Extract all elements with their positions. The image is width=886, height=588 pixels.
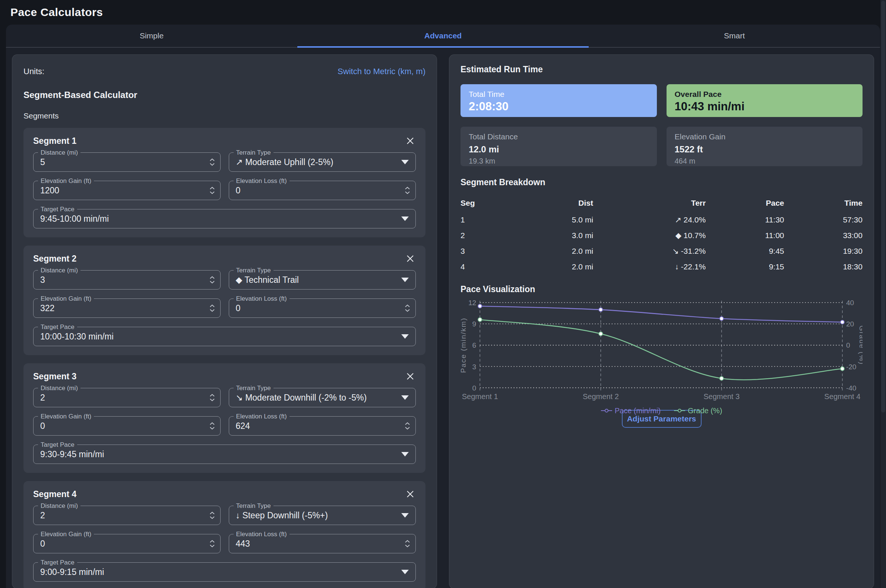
remove-segment-button[interactable] <box>405 253 416 264</box>
number-stepper[interactable] <box>209 304 215 312</box>
close-icon <box>405 372 415 381</box>
results-panel: Estimated Run Time Total Time 2:08:30 Ov… <box>449 54 874 588</box>
svg-text:Grade (%): Grade (%) <box>858 325 862 365</box>
number-stepper[interactable] <box>209 394 215 402</box>
table-cell: 11:30 <box>706 215 784 224</box>
number-stepper[interactable] <box>405 422 410 430</box>
table-row: 1 5.0 mi ↗ 24.0% 11:30 57:30 <box>460 212 862 228</box>
legend-label: Pace (min/mi) <box>615 406 661 415</box>
elevation-loss-field[interactable]: Elevation Loss (ft) 0 <box>229 298 416 318</box>
scrollbar-thumb[interactable] <box>881 1 885 412</box>
table-cell: ↘ -31.2% <box>593 247 706 256</box>
total-distance-card: Total Distance 12.0 mi 19.3 km <box>460 127 657 166</box>
chevron-up-icon <box>405 304 410 308</box>
stat-label: Total Distance <box>469 132 649 141</box>
chevron-down-icon <box>209 398 215 402</box>
tab-smart[interactable]: Smart <box>589 25 880 47</box>
distance-value: 5 <box>33 153 220 171</box>
segment-title: Segment 2 <box>33 254 76 264</box>
segments-heading: Segments <box>24 111 426 120</box>
table-cell: 5.0 mi <box>501 215 593 224</box>
table-row: 3 2.0 mi ↘ -31.2% 9:45 19:30 <box>460 243 862 259</box>
svg-text:20: 20 <box>846 320 854 328</box>
table-cell: 2.0 mi <box>501 262 593 271</box>
table-cell: 33:00 <box>784 231 862 240</box>
chevron-down-icon <box>209 191 215 195</box>
remove-segment-button[interactable] <box>405 489 416 500</box>
svg-text:0: 0 <box>472 384 477 392</box>
number-stepper[interactable] <box>209 187 215 195</box>
chevron-down-icon <box>209 427 215 430</box>
distance-field[interactable]: Distance (mi) 2 <box>33 388 220 407</box>
legend-item[interactable]: Pace (min/mi) <box>601 406 661 415</box>
elevation-gain-field[interactable]: Elevation Gain (ft) 322 <box>33 298 220 318</box>
number-stepper[interactable] <box>209 512 215 519</box>
distance-field[interactable]: Distance (mi) 5 <box>33 152 220 172</box>
units-label: Units: <box>24 67 44 76</box>
stat-value: 1522 ft <box>675 144 855 154</box>
window-scrollbar[interactable] <box>880 0 886 588</box>
legend-item[interactable]: Grade (%) <box>674 406 722 415</box>
elevation-loss-value: 443 <box>229 534 416 553</box>
svg-text:3: 3 <box>472 363 477 371</box>
remove-segment-button[interactable] <box>405 135 416 147</box>
target-pace-select[interactable]: Target Pace 10:00-10:30 min/mi <box>33 327 416 346</box>
elevation-gain-field[interactable]: Elevation Gain (ft) 0 <box>33 534 220 554</box>
terrain-select[interactable]: Terrain Type ↗ Moderate Uphill (2-5%) <box>229 152 416 172</box>
segment-card-4: Segment 4 Distance (mi) 2 Terrain Type ↓… <box>24 481 426 588</box>
distance-field[interactable]: Distance (mi) 2 <box>33 506 220 525</box>
terrain-select[interactable]: Terrain Type ↓ Steep Downhill (-5%+) <box>229 506 416 525</box>
table-header-cell: Seg <box>460 199 501 207</box>
number-stepper[interactable] <box>405 187 410 195</box>
target-pace-select[interactable]: Target Pace 9:45-10:00 min/mi <box>33 209 416 228</box>
terrain-select[interactable]: Terrain Type ◆ Technical Trail <box>229 270 416 290</box>
distance-value: 3 <box>33 270 220 289</box>
tab-advanced[interactable]: Advanced <box>297 25 589 47</box>
tab-simple[interactable]: Simple <box>6 25 297 47</box>
number-stepper[interactable] <box>209 158 215 166</box>
remove-segment-button[interactable] <box>405 371 416 382</box>
table-header-cell: Terr <box>593 199 706 207</box>
elevation-loss-field[interactable]: Elevation Loss (ft) 0 <box>229 181 416 200</box>
table-cell: 2.0 mi <box>501 247 593 256</box>
switch-to-metric-link[interactable]: Switch to Metric (km, m) <box>337 67 426 76</box>
elevation-gain-field[interactable]: Elevation Gain (ft) 1200 <box>33 181 220 200</box>
svg-text:0: 0 <box>846 341 850 349</box>
chevron-down-icon <box>209 309 215 312</box>
estimated-run-time-heading: Estimated Run Time <box>460 64 862 75</box>
distance-field[interactable]: Distance (mi) 3 <box>33 270 220 290</box>
chevron-up-icon <box>209 512 215 515</box>
number-stepper[interactable] <box>405 304 410 312</box>
chevron-down-icon <box>401 452 409 456</box>
terrain-select[interactable]: Terrain Type ↘ Moderate Downhill (-2% to… <box>229 388 416 407</box>
chevron-up-icon <box>209 158 215 162</box>
number-stepper[interactable] <box>209 276 215 284</box>
chevron-down-icon <box>401 160 409 164</box>
table-cell: 2 <box>460 231 501 240</box>
svg-text:Segment 3: Segment 3 <box>703 392 739 400</box>
distance-value: 2 <box>33 388 220 407</box>
elevation-gain-field[interactable]: Elevation Gain (ft) 0 <box>33 416 220 436</box>
pace-visualization-heading: Pace Visualization <box>460 284 862 294</box>
number-stepper[interactable] <box>209 540 215 548</box>
total-time-card: Total Time 2:08:30 <box>460 84 657 117</box>
chevron-down-icon <box>405 191 410 195</box>
table-cell: 3 <box>460 247 501 256</box>
target-pace-select[interactable]: Target Pace 9:00-9:15 min/mi <box>33 562 416 582</box>
number-stepper[interactable] <box>405 540 410 548</box>
elevation-loss-field[interactable]: Elevation Loss (ft) 443 <box>229 534 416 554</box>
chevron-up-icon <box>405 422 410 426</box>
chevron-down-icon <box>209 544 215 548</box>
elevation-loss-field[interactable]: Elevation Loss (ft) 624 <box>229 416 416 436</box>
chevron-down-icon <box>209 163 215 166</box>
breakdown-table: Seg Dist Terr Pace Time 1 5.0 mi ↗ 24.0%… <box>460 194 862 274</box>
target-pace-select[interactable]: Target Pace 9:30-9:45 min/mi <box>33 444 416 464</box>
svg-text:9: 9 <box>472 320 477 328</box>
table-row: 2 3.0 mi ◆ 10.7% 11:00 33:00 <box>460 228 862 243</box>
table-header-cell: Time <box>784 199 862 207</box>
content-wrapper: Simple Advanced Smart Units: Switch to M… <box>6 25 880 588</box>
elevation-gain-value: 0 <box>33 417 220 435</box>
units-row: Units: Switch to Metric (km, m) <box>24 67 426 76</box>
number-stepper[interactable] <box>209 422 215 430</box>
elevation-loss-value: 624 <box>229 417 416 435</box>
